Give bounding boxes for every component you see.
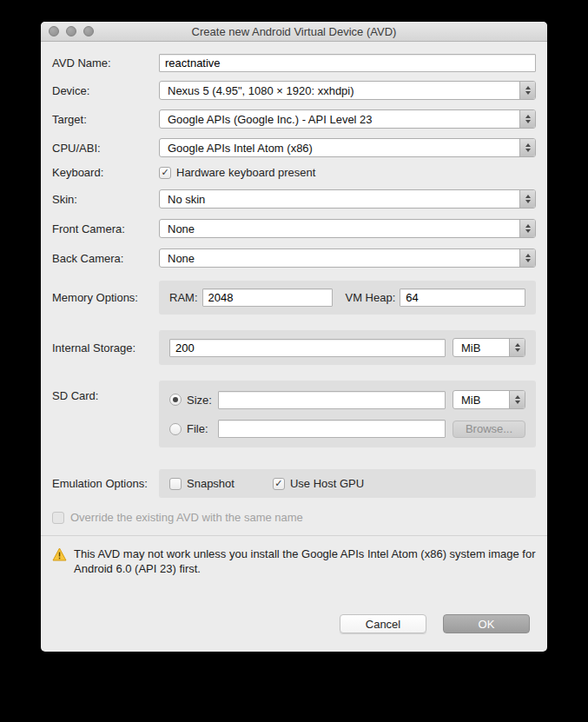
back-camera-label: Back Camera:	[52, 252, 159, 265]
sd-file-radio[interactable]	[169, 423, 182, 435]
sd-file-label: File:	[187, 422, 218, 435]
front-camera-select-value: None	[160, 222, 519, 235]
sd-file-input[interactable]	[218, 420, 446, 438]
skin-select[interactable]: No skin	[159, 189, 536, 209]
emulation-options-label: Emulation Options:	[52, 477, 159, 490]
sd-size-unit-select[interactable]: MiB	[453, 390, 525, 409]
skin-select-value: No skin	[160, 193, 519, 206]
skin-label: Skin:	[52, 193, 159, 206]
device-label: Device:	[52, 84, 159, 97]
front-camera-label: Front Camera:	[52, 222, 159, 235]
memory-options-label: Memory Options:	[52, 291, 159, 304]
internal-storage-label: Internal Storage:	[52, 341, 159, 354]
target-select[interactable]: Google APIs (Google Inc.) - API Level 23	[159, 109, 536, 129]
device-select-value: Nexus 5 (4.95", 1080 × 1920: xxhdpi)	[160, 84, 519, 97]
avd-dialog: Create new Android Virtual Device (AVD) …	[41, 22, 547, 652]
internal-storage-unit-select[interactable]: MiB	[453, 338, 525, 357]
internal-storage-input[interactable]	[169, 339, 446, 357]
back-camera-row: Back Camera: None	[52, 248, 536, 268]
use-host-gpu-label: Use Host GPU	[290, 477, 364, 490]
override-checkbox: ✓	[52, 512, 64, 524]
vm-heap-input[interactable]	[400, 288, 525, 307]
stepper-icon[interactable]	[519, 249, 535, 267]
stepper-icon[interactable]	[519, 220, 535, 237]
front-camera-select[interactable]: None	[159, 219, 536, 238]
sd-card-label: SD Card:	[52, 389, 159, 402]
traffic-lights	[49, 22, 94, 41]
sd-size-label: Size:	[187, 394, 218, 407]
warning-message: This AVD may not work unless you install…	[52, 536, 536, 576]
override-row: ✓ Override the existing AVD with the sam…	[52, 511, 536, 524]
vm-heap-label: VM Heap:	[346, 291, 396, 304]
device-select[interactable]: Nexus 5 (4.95", 1080 × 1920: xxhdpi)	[159, 81, 536, 100]
ram-input[interactable]	[202, 288, 333, 307]
hardware-keyboard-checkbox[interactable]: ✓	[159, 167, 171, 179]
dialog-content: AVD Name: Device: Nexus 5 (4.95", 1080 ×…	[41, 42, 547, 652]
warning-text: This AVD may not work unless you install…	[74, 546, 536, 576]
memory-options-row: Memory Options: RAM: VM Heap:	[52, 281, 536, 315]
override-label: Override the existing AVD with the same …	[70, 511, 303, 524]
minimize-button[interactable]	[66, 26, 76, 36]
target-label: Target:	[52, 113, 159, 126]
stepper-icon[interactable]	[509, 391, 525, 408]
use-host-gpu-checkbox[interactable]: ✓	[273, 478, 285, 490]
snapshot-checkbox[interactable]: ✓	[169, 478, 182, 490]
avd-name-input[interactable]	[159, 54, 536, 72]
stepper-icon[interactable]	[519, 110, 535, 128]
front-camera-row: Front Camera: None	[52, 219, 536, 238]
close-button[interactable]	[49, 26, 59, 36]
keyboard-label: Keyboard:	[52, 166, 159, 179]
warning-icon	[52, 547, 67, 564]
dialog-buttons: Cancel OK	[52, 614, 536, 652]
stepper-icon[interactable]	[519, 139, 535, 156]
back-camera-select-value: None	[160, 252, 519, 265]
target-row: Target: Google APIs (Google Inc.) - API …	[52, 109, 536, 129]
back-camera-select[interactable]: None	[159, 248, 536, 268]
device-row: Device: Nexus 5 (4.95", 1080 × 1920: xxh…	[52, 81, 536, 100]
internal-storage-panel: MiB	[159, 330, 536, 365]
avd-name-label: AVD Name:	[52, 56, 159, 70]
hardware-keyboard-label: Hardware keyboard present	[176, 166, 315, 179]
target-select-value: Google APIs (Google Inc.) - API Level 23	[160, 113, 519, 126]
titlebar: Create new Android Virtual Device (AVD)	[41, 22, 547, 42]
ok-button[interactable]: OK	[443, 614, 530, 633]
stepper-icon[interactable]	[509, 339, 525, 356]
internal-storage-row: Internal Storage: MiB	[52, 330, 536, 365]
stepper-icon[interactable]	[519, 190, 535, 208]
skin-row: Skin: No skin	[52, 189, 536, 209]
emulation-options-row: Emulation Options: ✓ Snapshot ✓ Use Host…	[52, 469, 536, 498]
cpu-abi-select[interactable]: Google APIs Intel Atom (x86)	[159, 138, 536, 157]
browse-button: Browse...	[453, 421, 525, 438]
internal-storage-unit-value: MiB	[453, 341, 509, 354]
sd-size-unit-value: MiB	[453, 394, 509, 407]
emulation-options-panel: ✓ Snapshot ✓ Use Host GPU	[159, 469, 536, 498]
window-title: Create new Android Virtual Device (AVD)	[192, 25, 397, 38]
ram-label: RAM:	[169, 291, 198, 304]
sd-card-row: SD Card: Size: MiB File:	[52, 381, 536, 447]
avd-name-row: AVD Name:	[52, 54, 536, 72]
sd-card-panel: Size: MiB File: Browse...	[159, 381, 536, 447]
cpu-abi-label: CPU/ABI:	[52, 142, 159, 155]
sd-size-input[interactable]	[218, 391, 446, 409]
cpu-abi-select-value: Google APIs Intel Atom (x86)	[160, 142, 519, 155]
cancel-button[interactable]: Cancel	[340, 614, 426, 633]
memory-options-panel: RAM: VM Heap:	[159, 281, 536, 315]
snapshot-label: Snapshot	[187, 477, 235, 490]
stepper-icon[interactable]	[519, 82, 535, 99]
zoom-button[interactable]	[83, 26, 94, 36]
sd-size-radio[interactable]	[169, 394, 182, 406]
cpu-abi-row: CPU/ABI: Google APIs Intel Atom (x86)	[52, 138, 536, 157]
keyboard-row: Keyboard: ✓ Hardware keyboard present	[52, 166, 536, 179]
